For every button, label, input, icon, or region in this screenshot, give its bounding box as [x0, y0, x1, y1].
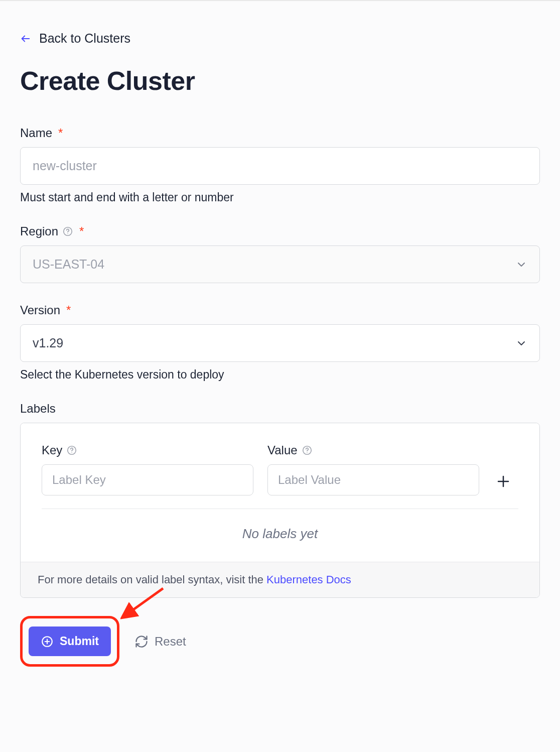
annotation-arrow: [120, 586, 166, 621]
back-link-label: Back to Clusters: [39, 31, 130, 46]
svg-point-2: [67, 233, 68, 234]
plus-circle-icon: [41, 635, 54, 648]
svg-point-6: [307, 452, 307, 453]
page-title: Create Cluster: [20, 66, 540, 96]
labels-field-group: Labels Key Val: [20, 402, 540, 598]
help-icon[interactable]: [62, 226, 73, 237]
back-to-clusters-link[interactable]: Back to Clusters: [20, 31, 130, 46]
help-icon[interactable]: [302, 445, 313, 456]
label-value-input[interactable]: [267, 464, 479, 495]
labels-footer-text: For more details on valid label syntax, …: [38, 573, 266, 586]
reset-button[interactable]: Reset: [134, 635, 186, 649]
name-field-group: Name * Must start and end with a letter …: [20, 126, 540, 204]
name-label: Name: [20, 126, 52, 140]
label-key-input[interactable]: [42, 464, 253, 495]
chevron-down-icon: [515, 259, 527, 271]
refresh-icon: [134, 635, 149, 649]
reset-label: Reset: [155, 635, 186, 649]
version-value: v1.29: [33, 336, 63, 350]
region-label: Region: [20, 224, 58, 238]
arrow-left-icon: [20, 33, 31, 44]
labels-empty-text: No labels yet: [42, 509, 518, 547]
chevron-down-icon: [515, 337, 527, 349]
label-key-label: Key: [42, 443, 62, 457]
version-label: Version: [20, 303, 60, 317]
labels-panel: Key Value: [20, 423, 540, 598]
add-label-button[interactable]: [493, 471, 513, 491]
label-value-label: Value: [267, 443, 298, 457]
labels-label: Labels: [20, 402, 56, 416]
region-placeholder: US-EAST-04: [33, 257, 104, 272]
svg-line-13: [128, 588, 163, 613]
kubernetes-docs-link[interactable]: Kubernetes Docs: [266, 573, 351, 586]
required-indicator: *: [66, 303, 71, 317]
labels-footer: For more details on valid label syntax, …: [21, 562, 539, 597]
region-select[interactable]: US-EAST-04: [20, 245, 540, 283]
annotation-highlight: Submit: [20, 616, 119, 667]
version-field-group: Version * v1.29 Select the Kubernetes ve…: [20, 303, 540, 382]
plus-icon: [496, 474, 511, 489]
help-icon[interactable]: [66, 445, 77, 456]
required-indicator: *: [79, 224, 84, 238]
name-input[interactable]: [20, 147, 540, 185]
submit-label: Submit: [60, 635, 99, 648]
region-field-group: Region * US-EAST-04: [20, 224, 540, 283]
required-indicator: *: [58, 126, 63, 140]
submit-button[interactable]: Submit: [29, 626, 111, 656]
actions-row: Submit Reset: [20, 616, 540, 667]
version-hint: Select the Kubernetes version to deploy: [20, 368, 540, 382]
version-select[interactable]: v1.29: [20, 324, 540, 362]
name-hint: Must start and end with a letter or numb…: [20, 191, 540, 204]
svg-point-4: [72, 452, 72, 453]
